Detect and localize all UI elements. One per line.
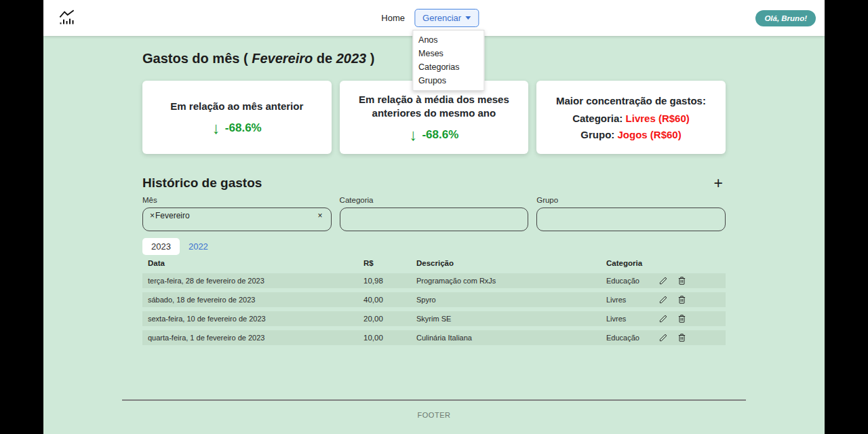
table-row: quarta-feira, 1 de fevereiro de 2023 10,… bbox=[142, 330, 726, 345]
card-vs-average: Em relação à média dos meses anteriores … bbox=[340, 81, 529, 154]
cell-description: Culinária Italiana bbox=[416, 334, 606, 342]
page-title-year: 2023 bbox=[336, 51, 367, 66]
page-title-prefix: Gastos do mês ( bbox=[142, 51, 248, 66]
concentration-label: Grupo: bbox=[580, 129, 614, 140]
filter-category: Categoria bbox=[340, 196, 529, 231]
concentration-category: Categoria: Livres (R$60) bbox=[572, 113, 690, 124]
page-title-suffix: ) bbox=[370, 51, 375, 66]
table-row: sexta-feira, 10 de fevereiro de 2023 20,… bbox=[142, 311, 726, 326]
cell-description: Programação com RxJs bbox=[416, 277, 606, 285]
table-row: sábado, 18 de fevereiro de 2023 40,00 Sp… bbox=[142, 292, 726, 307]
filter-label: Mês bbox=[142, 196, 332, 204]
cell-amount: 20,00 bbox=[363, 315, 416, 323]
cell-category: Educação bbox=[606, 334, 658, 342]
edit-icon[interactable] bbox=[658, 276, 668, 286]
concentration-group: Grupo: Jogos (R$60) bbox=[580, 129, 681, 140]
history-title: Histórico de gastos bbox=[142, 176, 262, 191]
dropdown-item-grupos[interactable]: Grupos bbox=[413, 74, 484, 87]
page-title-month: Fevereiro bbox=[252, 51, 313, 66]
cell-date: sexta-feira, 10 de fevereiro de 2023 bbox=[142, 315, 363, 323]
dropdown-item-categorias[interactable]: Categorias bbox=[413, 60, 484, 74]
table-header: Data R$ Descrição Categoria bbox=[142, 256, 726, 269]
caret-down-icon bbox=[465, 16, 471, 20]
card-title: Maior concentração de gastos: bbox=[556, 94, 706, 108]
percentage-value: -68.6% bbox=[225, 121, 262, 135]
concentration-value: Livres (R$60) bbox=[626, 113, 690, 124]
summary-cards: Em relação ao mês anterior ↓ -68.6% Em r… bbox=[142, 81, 726, 154]
footer-divider bbox=[122, 399, 746, 401]
tab-2023[interactable]: 2023 bbox=[142, 238, 180, 255]
down-arrow-icon: ↓ bbox=[212, 121, 220, 135]
col-header-description: Descrição bbox=[416, 259, 606, 267]
filters: Mês ×Fevereiro × Categoria Grupo bbox=[142, 196, 726, 231]
delete-icon[interactable] bbox=[677, 276, 687, 286]
chip-remove-icon[interactable]: × bbox=[150, 211, 155, 220]
col-header-category: Categoria bbox=[606, 259, 658, 267]
cell-amount: 10,00 bbox=[363, 334, 416, 342]
dropdown-item-meses[interactable]: Meses bbox=[413, 47, 484, 60]
filter-label: Categoria bbox=[340, 196, 529, 204]
manage-button-label: Gerenciar bbox=[422, 13, 461, 23]
cell-date: sábado, 18 de fevereiro de 2023 bbox=[142, 296, 363, 304]
filter-month: Mês ×Fevereiro × bbox=[142, 196, 332, 231]
manage-dropdown-menu: Anos Meses Categorias Grupos bbox=[412, 30, 484, 91]
main-nav: Home Gerenciar Anos Meses Categorias Gru… bbox=[381, 9, 479, 27]
expenses-table: Data R$ Descrição Categoria terça-feira,… bbox=[142, 256, 726, 345]
edit-icon[interactable] bbox=[658, 333, 668, 343]
history-header: Histórico de gastos + bbox=[142, 176, 726, 191]
concentration-label: Categoria: bbox=[572, 113, 623, 124]
footer: FOOTER bbox=[43, 399, 825, 419]
down-arrow-icon: ↓ bbox=[409, 128, 417, 142]
greeting-button[interactable]: Olá, Bruno! bbox=[755, 10, 816, 26]
edit-icon[interactable] bbox=[658, 295, 668, 305]
manage-button[interactable]: Gerenciar bbox=[414, 9, 479, 27]
category-filter-input[interactable] bbox=[340, 208, 529, 231]
edit-icon[interactable] bbox=[658, 314, 668, 324]
cell-amount: 40,00 bbox=[363, 296, 416, 304]
month-chip[interactable]: ×Fevereiro bbox=[150, 211, 190, 220]
col-header-data: Data bbox=[142, 259, 363, 267]
card-concentration: Maior concentração de gastos: Categoria:… bbox=[536, 81, 726, 154]
percentage-value: -68.6% bbox=[422, 128, 458, 142]
cell-date: quarta-feira, 1 de fevereiro de 2023 bbox=[142, 334, 363, 342]
main-content: Gastos do mês ( Fevereiro de 2023 ) Em r… bbox=[142, 51, 726, 345]
navbar: Home Gerenciar Anos Meses Categorias Gru… bbox=[43, 0, 825, 36]
tab-2022[interactable]: 2022 bbox=[180, 238, 217, 255]
table-row: terça-feira, 28 de fevereiro de 2023 10,… bbox=[142, 273, 726, 288]
delete-icon[interactable] bbox=[677, 333, 687, 343]
nav-home-link[interactable]: Home bbox=[381, 13, 405, 23]
cell-description: Spyro bbox=[416, 296, 606, 304]
dropdown-item-anos[interactable]: Anos bbox=[413, 33, 484, 47]
col-header-amount: R$ bbox=[363, 259, 416, 267]
cell-amount: 10,98 bbox=[363, 277, 416, 285]
cell-date: terça-feira, 28 de fevereiro de 2023 bbox=[142, 277, 363, 285]
delete-icon[interactable] bbox=[677, 314, 687, 324]
card-value: ↓ -68.6% bbox=[212, 121, 262, 135]
group-filter-input[interactable] bbox=[536, 208, 726, 231]
footer-text: FOOTER bbox=[43, 411, 825, 419]
add-expense-button[interactable]: + bbox=[711, 176, 726, 190]
filter-group: Grupo bbox=[536, 196, 726, 231]
logo-chart-icon[interactable] bbox=[58, 9, 76, 27]
page-title-connector: de bbox=[317, 51, 332, 66]
clear-filter-icon[interactable]: × bbox=[317, 211, 324, 220]
filter-label: Grupo bbox=[536, 196, 726, 204]
month-filter-input[interactable]: ×Fevereiro × bbox=[142, 208, 332, 231]
concentration-value: Jogos (R$60) bbox=[617, 129, 681, 140]
card-value: ↓ -68.6% bbox=[409, 128, 458, 142]
card-vs-previous-month: Em relação ao mês anterior ↓ -68.6% bbox=[142, 81, 332, 154]
cell-description: Skyrim SE bbox=[416, 315, 606, 323]
card-title: Em relação ao mês anterior bbox=[170, 100, 303, 113]
chip-label: Fevereiro bbox=[155, 211, 190, 220]
screen: Home Gerenciar Anos Meses Categorias Gru… bbox=[0, 0, 868, 434]
card-title: Em relação à média dos meses anteriores … bbox=[349, 93, 519, 119]
app-window: Home Gerenciar Anos Meses Categorias Gru… bbox=[43, 0, 825, 434]
manage-dropdown: Gerenciar Anos Meses Categorias Grupos bbox=[414, 9, 479, 27]
cell-category: Livres bbox=[606, 296, 658, 304]
delete-icon[interactable] bbox=[677, 295, 687, 305]
history-section: Histórico de gastos + Mês ×Fevereiro × bbox=[142, 176, 726, 345]
year-tabs: 2023 2022 bbox=[142, 238, 726, 255]
cell-category: Livres bbox=[606, 315, 658, 323]
cell-category: Educação bbox=[606, 277, 658, 285]
